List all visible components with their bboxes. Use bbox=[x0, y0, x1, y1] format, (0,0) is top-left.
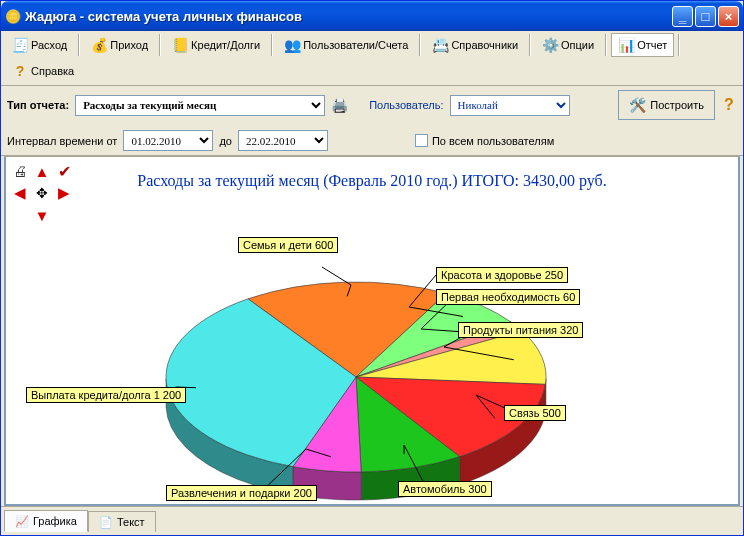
user-label: Пользователь: bbox=[369, 99, 443, 111]
toolbar-help-label: Справка bbox=[31, 65, 74, 77]
toolbar-users-label: Пользователи/Счета bbox=[303, 39, 408, 51]
pie-label: Автомобиль 300 bbox=[398, 481, 492, 497]
text-tab-icon: 📄 bbox=[99, 515, 113, 529]
expense-icon: 🧾 bbox=[12, 37, 28, 53]
toolbar-users[interactable]: 👥Пользователи/Счета bbox=[277, 33, 415, 57]
toolbar-expense[interactable]: 🧾Расход bbox=[5, 33, 74, 57]
report-params: Тип отчета: Расходы за текущий месяц 🖨️ … bbox=[1, 86, 743, 156]
pie-label: Семья и дети 600 bbox=[238, 237, 338, 253]
income-icon: 💰 bbox=[91, 37, 107, 53]
separator bbox=[271, 34, 273, 56]
checkbox-icon bbox=[415, 134, 428, 147]
toolbar-help[interactable]: ?Справка bbox=[5, 59, 81, 83]
pie-label: Развлечения и подарки 200 bbox=[166, 485, 317, 501]
toolbar-report[interactable]: 📊Отчет bbox=[611, 33, 674, 57]
tab-graphics[interactable]: 📈Графика bbox=[4, 510, 88, 532]
date-to-input[interactable]: 22.02.2010 bbox=[238, 130, 328, 151]
to-label: до bbox=[219, 135, 232, 147]
bottom-tabs: 📈Графика 📄Текст bbox=[1, 506, 743, 535]
chart-title: Расходы за текущий месяц (Февраль 2010 г… bbox=[6, 172, 738, 190]
maximize-button[interactable]: □ bbox=[695, 6, 716, 27]
date-from-input[interactable]: 01.02.2010 bbox=[123, 130, 213, 151]
toolbar-refs[interactable]: 📇Справочники bbox=[425, 33, 525, 57]
app-window: 🪙 Жадюга - система учета личных финансов… bbox=[0, 0, 744, 536]
build-label: Построить bbox=[650, 99, 704, 111]
users-icon: 👥 bbox=[284, 37, 300, 53]
toolbar-options-label: Опции bbox=[561, 39, 594, 51]
help-icon: ? bbox=[12, 63, 28, 79]
window-title: Жадюга - система учета личных финансов bbox=[25, 9, 672, 24]
all-users-label: По всем пользователям bbox=[432, 135, 554, 147]
build-button[interactable]: 🛠️Построить bbox=[618, 90, 715, 120]
report-content: 🖨 ▲ ✔ ◀ ✥ ▶ ▼ Расходы за текущий месяц (… bbox=[4, 156, 740, 506]
separator bbox=[159, 34, 161, 56]
tab-text[interactable]: 📄Текст bbox=[88, 511, 156, 532]
tab-graphics-label: Графика bbox=[33, 515, 77, 527]
graphics-tab-icon: 📈 bbox=[15, 514, 29, 528]
credits-icon: 📒 bbox=[172, 37, 188, 53]
report-icon: 📊 bbox=[618, 37, 634, 53]
help-context-button[interactable]: ? bbox=[721, 97, 737, 113]
pie-label: Связь 500 bbox=[504, 405, 566, 421]
pie-chart: Семья и дети 600Красота и здоровье 250Пе… bbox=[6, 197, 738, 504]
main-toolbar: 🧾Расход 💰Приход 📒Кредит/Долги 👥Пользоват… bbox=[1, 31, 743, 86]
separator bbox=[419, 34, 421, 56]
all-users-checkbox[interactable]: По всем пользователям bbox=[415, 134, 554, 147]
interval-label: Интервал времени от bbox=[7, 135, 117, 147]
pie-label: Выплата кредита/долга 1 200 bbox=[26, 387, 186, 403]
toolbar-income[interactable]: 💰Приход bbox=[84, 33, 155, 57]
user-select[interactable]: Николай bbox=[450, 95, 570, 116]
minimize-button[interactable]: ‗ bbox=[672, 6, 693, 27]
toolbar-expense-label: Расход bbox=[31, 39, 67, 51]
separator bbox=[678, 34, 680, 56]
close-button[interactable]: × bbox=[718, 6, 739, 27]
report-type-select[interactable]: Расходы за текущий месяц bbox=[75, 95, 325, 116]
separator bbox=[78, 34, 80, 56]
app-icon: 🪙 bbox=[5, 8, 21, 24]
type-label: Тип отчета: bbox=[7, 99, 69, 111]
tab-text-label: Текст bbox=[117, 516, 145, 528]
preview-icon[interactable]: 🖨️ bbox=[331, 97, 347, 113]
toolbar-report-label: Отчет bbox=[637, 39, 667, 51]
separator bbox=[605, 34, 607, 56]
options-icon: ⚙️ bbox=[542, 37, 558, 53]
pie-label: Продукты питания 320 bbox=[458, 322, 583, 338]
toolbar-credits-label: Кредит/Долги bbox=[191, 39, 260, 51]
toolbar-income-label: Приход bbox=[110, 39, 148, 51]
toolbar-refs-label: Справочники bbox=[451, 39, 518, 51]
pie-label: Первая необходимость 60 bbox=[436, 289, 580, 305]
pie-svg bbox=[146, 247, 566, 506]
pie-label: Красота и здоровье 250 bbox=[436, 267, 568, 283]
separator bbox=[529, 34, 531, 56]
build-icon: 🛠️ bbox=[629, 97, 645, 113]
toolbar-credits[interactable]: 📒Кредит/Долги bbox=[165, 33, 267, 57]
refs-icon: 📇 bbox=[432, 37, 448, 53]
toolbar-options[interactable]: ⚙️Опции bbox=[535, 33, 601, 57]
titlebar[interactable]: 🪙 Жадюга - система учета личных финансов… bbox=[1, 1, 743, 31]
